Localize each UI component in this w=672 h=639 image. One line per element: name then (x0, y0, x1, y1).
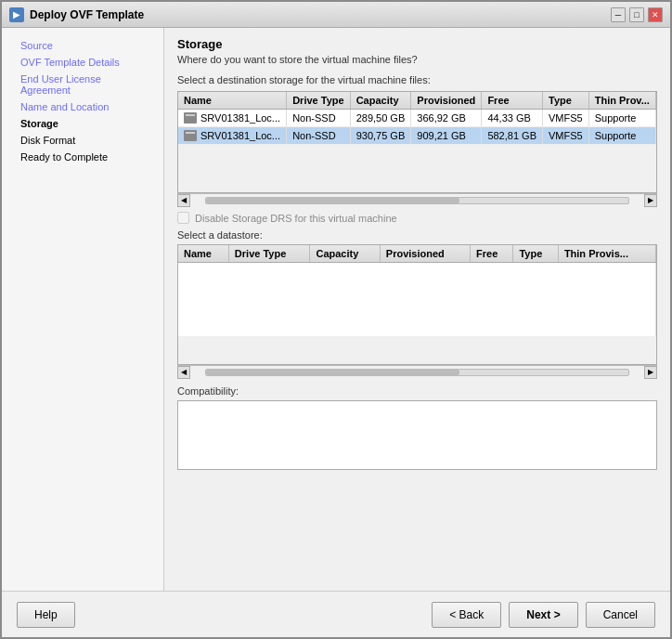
datastore-table-container: Name Drive Type Capacity Provisioned Fre… (177, 244, 657, 365)
server-icon (184, 130, 197, 141)
sidebar-item-source[interactable]: Source (2, 37, 163, 54)
ds-col-name: Name (178, 245, 228, 263)
disable-drs-row: Disable Storage DRS for this virtual mac… (177, 212, 657, 224)
scroll-track[interactable] (205, 197, 629, 204)
deploy-ovf-window: ▶ Deploy OVF Template ─ □ ✕ Source OVF T… (0, 0, 672, 639)
sidebar-item-name-location[interactable]: Name and Location (2, 98, 163, 115)
sidebar-item-disk-format: Disk Format (2, 132, 163, 149)
window-icon: ▶ (9, 7, 24, 22)
storage-table-container: Name Drive Type Capacity Provisioned Fre… (177, 91, 657, 193)
datastore-label: Select a datastore: (177, 229, 657, 241)
ds-col-provisioned: Provisioned (380, 245, 470, 263)
disable-drs-checkbox[interactable] (177, 212, 189, 224)
instruction-text: Select a destination storage for the vir… (177, 74, 657, 85)
title-bar: ▶ Deploy OVF Template ─ □ ✕ (2, 2, 670, 28)
table-row[interactable]: SRV01381_Loc... Non-SSD 930,75 GB 909,21… (178, 127, 656, 145)
cell-provisioned: 366,92 GB (411, 110, 482, 127)
help-button[interactable]: Help (17, 602, 75, 628)
cell-free: 44,33 GB (482, 110, 543, 127)
ds-col-drive-type: Drive Type (228, 245, 310, 263)
scroll-left-btn[interactable]: ◀ (177, 194, 190, 207)
col-free: Free (482, 92, 543, 110)
server-icon (184, 112, 197, 124)
scroll-thumb (206, 198, 459, 203)
footer: Help < Back Next > Cancel (2, 591, 670, 637)
cell-name: SRV01381_Loc... (178, 110, 287, 127)
cell-drive-type: Non-SSD (287, 110, 351, 127)
datastore-table: Name Drive Type Capacity Provisioned Fre… (178, 245, 656, 337)
footer-left: Help (17, 602, 75, 628)
ds-scroll-left-btn[interactable]: ◀ (177, 366, 190, 379)
col-thin-prov: Thin Prov... (588, 92, 655, 110)
cell-type: VMFS5 (543, 110, 589, 127)
table-row[interactable]: SRV01381_Loc... Non-SSD 289,50 GB 366,92… (178, 110, 656, 127)
cell-type: VMFS5 (543, 127, 589, 145)
compatibility-section: Compatibility: (177, 385, 657, 470)
maximize-button[interactable]: □ (629, 7, 644, 22)
sidebar-item-storage: Storage (2, 115, 163, 132)
cell-thin-prov: Supporte (588, 110, 655, 127)
scroll-right-btn[interactable]: ▶ (644, 194, 657, 207)
ds-col-capacity: Capacity (310, 245, 380, 263)
col-name: Name (178, 92, 287, 110)
empty-row (178, 263, 656, 337)
datastore-table-scrollbar[interactable]: ◀ ▶ (177, 365, 657, 378)
next-button[interactable]: Next > (509, 602, 577, 628)
back-button[interactable]: < Back (432, 602, 501, 628)
compatibility-box (177, 400, 657, 470)
ds-col-free: Free (471, 245, 513, 263)
cancel-button[interactable]: Cancel (586, 602, 655, 628)
storage-table-scroll[interactable]: Name Drive Type Capacity Provisioned Fre… (178, 92, 656, 192)
col-provisioned: Provisioned (411, 92, 482, 110)
cell-thin-prov: Supporte (588, 127, 655, 145)
minimize-button[interactable]: ─ (611, 7, 626, 22)
storage-table-scrollbar[interactable]: ◀ ▶ (177, 193, 657, 206)
sidebar-item-ovf-template-details[interactable]: OVF Template Details (2, 54, 163, 71)
compatibility-label: Compatibility: (177, 385, 657, 397)
storage-table: Name Drive Type Capacity Provisioned Fre… (178, 92, 656, 145)
ds-scroll-right-btn[interactable]: ▶ (644, 366, 657, 379)
content-area: Storage Where do you want to store the v… (164, 28, 670, 591)
sidebar-item-ready: Ready to Complete (2, 149, 163, 165)
cell-name: SRV01381_Loc... (178, 127, 287, 145)
cell-drive-type: Non-SSD (287, 127, 351, 145)
window-title: Deploy OVF Template (30, 8, 611, 21)
section-title: Storage (177, 37, 657, 51)
ds-scroll-track[interactable] (205, 369, 629, 376)
close-button[interactable]: ✕ (648, 7, 663, 22)
disable-drs-label: Disable Storage DRS for this virtual mac… (195, 213, 397, 224)
cell-capacity: 930,75 GB (350, 127, 411, 145)
datastore-table-scroll[interactable]: Name Drive Type Capacity Provisioned Fre… (178, 245, 656, 364)
cell-provisioned: 909,21 GB (411, 127, 482, 145)
col-type: Type (543, 92, 589, 110)
empty-cell (178, 263, 656, 337)
col-capacity: Capacity (350, 92, 411, 110)
ds-col-type: Type (513, 245, 558, 263)
footer-right: < Back Next > Cancel (432, 602, 655, 628)
cell-capacity: 289,50 GB (350, 110, 411, 127)
ds-scroll-thumb (206, 370, 459, 375)
sidebar-item-eula[interactable]: End User License Agreement (2, 71, 163, 98)
cell-free: 582,81 GB (482, 127, 543, 145)
ds-col-thin-prov: Thin Provis... (558, 245, 655, 263)
main-content: Source OVF Template Details End User Lic… (2, 28, 670, 591)
window-controls: ─ □ ✕ (611, 7, 663, 22)
section-subtitle: Where do you want to store the virtual m… (177, 54, 657, 65)
col-drive-type: Drive Type (287, 92, 351, 110)
sidebar: Source OVF Template Details End User Lic… (2, 28, 164, 591)
